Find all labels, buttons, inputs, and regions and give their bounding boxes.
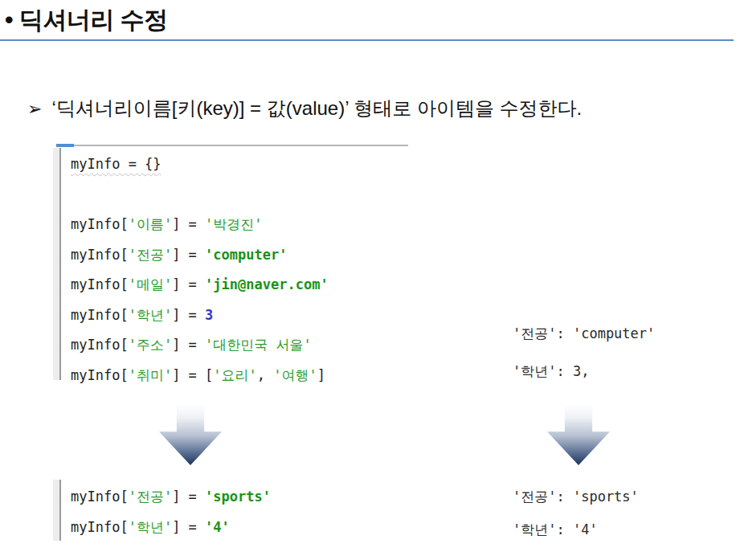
code-token: ] =	[172, 307, 205, 323]
code-token: myInfo = {}	[71, 156, 161, 172]
code-token: '주소'	[129, 337, 172, 353]
code-line: myInfo['주소'] = '대한민국 서울'	[71, 330, 329, 361]
code-line: myInfo = {}	[71, 149, 329, 180]
code-token: '학년'	[129, 519, 172, 535]
code-token: myInfo[	[71, 216, 129, 232]
output-block-before: '전공': 'computer''학년': 3,	[513, 315, 655, 390]
code-token: 3	[205, 307, 213, 323]
code-token: myInfo[	[71, 367, 129, 383]
code-gutter-before	[53, 148, 61, 380]
code-token: '이름'	[129, 216, 172, 232]
code-token: '여행'	[273, 367, 317, 383]
code-token: myInfo[	[71, 307, 129, 323]
code-token: ]	[317, 367, 325, 383]
code-token: '요리'	[213, 367, 256, 383]
code-token: myInfo[	[71, 276, 129, 292]
down-arrow-icon	[547, 404, 610, 465]
code-line: myInfo['전공'] = 'computer'	[71, 240, 329, 271]
code-token: '전공'	[129, 247, 172, 263]
code-token: '학년'	[129, 307, 172, 323]
code-token: '대한민국 서울'	[205, 337, 312, 353]
code-token: ] =	[172, 337, 205, 353]
output-block-after: '전공': 'sports''학년': '4'	[513, 480, 639, 546]
code-token: ] =	[172, 519, 205, 535]
code-line: '학년': '4'	[513, 513, 639, 546]
code-token: '전공'	[129, 488, 172, 505]
arrow-bullet-icon: ➢	[27, 99, 42, 119]
code-token: ] =	[172, 247, 205, 263]
code-token: ] =	[172, 488, 205, 505]
code-line	[71, 180, 329, 211]
code-token: '4'	[205, 519, 230, 535]
code-line: myInfo['학년'] = 3	[71, 300, 329, 331]
code-line: myInfo['학년'] = '4'	[71, 513, 271, 543]
code-token: ] =	[172, 216, 205, 232]
code-line: '전공': 'sports'	[513, 480, 639, 513]
code-window-top-border	[56, 145, 408, 146]
subtitle: ➢‘딕셔너리이름[키(key)] = 값(value)’ 형태로 아이템을 수정…	[27, 96, 582, 121]
code-token: ] = [	[172, 367, 213, 383]
code-token: 'sports'	[205, 488, 271, 505]
code-token: 'jin@naver.com'	[205, 276, 329, 292]
page-title: •딕셔너리 수정	[5, 4, 168, 37]
code-token: 'computer'	[205, 247, 287, 263]
code-line: myInfo['이름'] = '박경진'	[71, 210, 329, 240]
subtitle-text: ‘딕셔너리이름[키(key)] = 값(value)’ 형태로 아이템을 수정한…	[51, 97, 582, 119]
code-window-scrollbar-accent	[56, 144, 74, 147]
slide: •딕셔너리 수정 ➢‘딕셔너리이름[키(key)] = 값(value)’ 형태…	[0, 0, 740, 560]
code-line: '전공': 'computer'	[513, 315, 655, 353]
code-token: myInfo[	[71, 247, 129, 263]
page-title-text: 딕셔너리 수정	[19, 6, 168, 33]
code-token: myInfo[	[71, 488, 129, 505]
down-arrow-icon	[159, 404, 222, 465]
code-token: '메일'	[129, 276, 172, 292]
code-block-before: myInfo = {}myInfo['이름'] = '박경진'myInfo['전…	[71, 149, 329, 390]
code-token: ,	[257, 367, 273, 383]
code-line: myInfo['취미'] = ['요리', '여행']	[71, 361, 329, 391]
code-token: ] =	[172, 276, 205, 292]
code-token: myInfo[	[71, 519, 129, 535]
code-line: myInfo['메일'] = 'jin@naver.com'	[71, 270, 329, 300]
code-line: myInfo['전공'] = 'sports'	[71, 482, 271, 513]
code-gutter-after	[53, 480, 61, 541]
code-line: '학년': 3,	[513, 353, 655, 390]
title-bullet-icon: •	[5, 6, 13, 33]
code-token: '박경진'	[205, 216, 262, 232]
title-divider	[0, 39, 734, 41]
code-block-after: myInfo['전공'] = 'sports'myInfo['학년'] = '4…	[71, 482, 271, 542]
code-token: myInfo[	[71, 337, 129, 353]
code-token: '취미'	[129, 367, 172, 383]
